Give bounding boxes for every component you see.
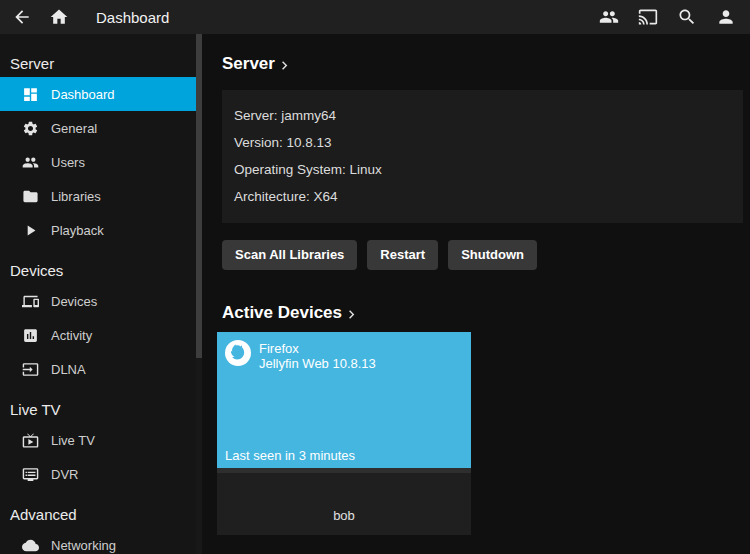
folder-icon [22,188,39,205]
session-client-version: Jellyfin Web 10.8.13 [259,356,376,371]
sidebar-item-dvr[interactable]: DVR [0,457,196,491]
sidebar-nav: ServerDashboardGeneralUsersLibrariesPlay… [0,34,196,554]
server-info-card: Server: jammy64Version: 10.8.13Operating… [222,90,743,223]
groups-icon[interactable] [597,5,621,29]
active-session-card[interactable]: Firefox Jellyfin Web 10.8.13 Last seen i… [217,332,471,535]
sidebar-item-users[interactable]: Users [0,145,196,179]
sidebar-item-playback[interactable]: Playback [0,213,196,247]
sidebar-scrollbar-thumb[interactable] [196,34,202,358]
server-info-line: Architecture: X64 [234,189,731,205]
sidebar-item-label: Activity [51,328,92,343]
active-devices-heading[interactable]: Active Devices [222,303,360,323]
sidebar-item-label: Dashboard [51,87,115,102]
sidebar-item-live-tv[interactable]: Live TV [0,423,196,457]
sidebar-item-label: DVR [51,467,78,482]
server-info-line: Operating System: Linux [234,162,731,178]
session-app-info: Firefox Jellyfin Web 10.8.13 [259,339,376,461]
activity-icon [22,327,39,344]
top-app-bar: Dashboard [0,0,750,34]
sidebar-item-label: Playback [51,223,104,238]
sidebar-item-dlna[interactable]: DLNA [0,352,196,386]
devices-icon [22,293,39,310]
page-title: Dashboard [96,9,169,26]
session-footer: bob [217,473,471,535]
scan-all-libraries-button[interactable]: Scan All Libraries [222,240,357,270]
topbar-right-group [597,5,738,29]
sidebar-item-label: Devices [51,294,97,309]
session-card-body: Firefox Jellyfin Web 10.8.13 Last seen i… [217,332,471,468]
sidebar-item-label: Users [51,155,85,170]
server-action-buttons: Scan All LibrariesRestartShutdown [222,240,750,270]
play-icon [22,222,39,239]
sidebar-item-networking[interactable]: Networking [0,528,196,554]
topbar-left-group [10,5,71,29]
cast-icon[interactable] [636,5,660,29]
back-icon[interactable] [10,5,34,29]
settings-icon [22,120,39,137]
chevron-right-icon [343,306,360,323]
sidebar-item-label: Networking [51,538,116,553]
server-info-line: Server: jammy64 [234,108,731,124]
sidebar-item-activity[interactable]: Activity [0,318,196,352]
session-user-name: bob [333,508,355,523]
sidebar-scrollbar-track[interactable] [196,34,202,554]
sidebar-item-libraries[interactable]: Libraries [0,179,196,213]
server-info-line: Version: 10.8.13 [234,135,731,151]
live-tv-icon [22,432,39,449]
sidebar-section-header-live-tv: Live TV [0,386,196,423]
sidebar-section-header-advanced: Advanced [0,491,196,528]
sidebar-item-dashboard[interactable]: Dashboard [0,77,196,111]
sidebar-item-label: Live TV [51,433,95,448]
search-icon[interactable] [675,5,699,29]
dashboard-icon [22,86,39,103]
sidebar-item-label: General [51,121,97,136]
app-layout: ServerDashboardGeneralUsersLibrariesPlay… [0,34,750,554]
cloud-icon [22,537,39,554]
sidebar-item-label: Libraries [51,189,101,204]
active-devices-heading-label: Active Devices [222,303,342,323]
server-section-heading-label: Server [222,54,275,74]
sidebar-section-header-server: Server [0,40,196,77]
server-section-heading[interactable]: Server [222,54,293,74]
person-icon[interactable] [714,5,738,29]
shutdown-button[interactable]: Shutdown [448,240,537,270]
sidebar-section-header-devices: Devices [0,247,196,284]
main-content: Server Server: jammy64Version: 10.8.13Op… [202,34,750,554]
sidebar-item-devices[interactable]: Devices [0,284,196,318]
sidebar-item-label: DLNA [51,362,86,377]
chevron-right-icon [276,57,293,74]
sidebar-item-general[interactable]: General [0,111,196,145]
home-icon[interactable] [47,5,71,29]
groups-icon [22,154,39,171]
session-app-name: Firefox [259,341,376,356]
dvr-icon [22,466,39,483]
session-last-seen: Last seen in 3 minutes [225,448,355,463]
input-icon [22,361,39,378]
restart-button[interactable]: Restart [367,240,438,270]
firefox-icon [225,340,251,366]
